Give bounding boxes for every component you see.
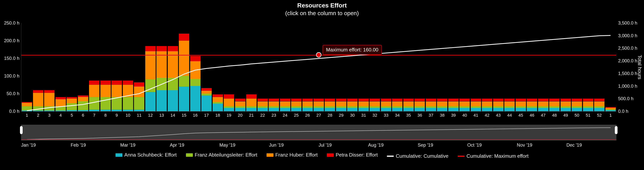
bar-segment	[212, 104, 223, 111]
x-tick: 39	[448, 113, 459, 118]
legend-item[interactable]: Franz Abteilungsleiter: Effort	[186, 152, 257, 158]
bar-segment	[606, 107, 616, 108]
bar-segment	[460, 106, 470, 108]
bar-segment	[56, 106, 66, 110]
month-tick: Feb '19	[70, 142, 86, 148]
bar-segment	[426, 102, 436, 106]
x-tick: 4	[56, 113, 66, 118]
x-tick: 21	[246, 113, 256, 118]
bar-segment	[448, 108, 459, 111]
bar-segment	[414, 98, 425, 102]
chart-title: Resources Effort	[0, 2, 644, 9]
bar-segment	[325, 102, 335, 106]
navigator-selection[interactable]	[21, 125, 616, 140]
bar-segment	[156, 46, 167, 52]
x-tick: 50	[572, 113, 582, 118]
bar-segment	[527, 108, 537, 111]
y-tick-right: 3,500.0 h	[618, 20, 643, 26]
bar-segment	[314, 102, 324, 106]
bar-segment	[156, 90, 167, 111]
bar-segment	[482, 102, 492, 106]
month-tick: Mar '19	[120, 142, 136, 148]
bar-segment	[437, 98, 447, 102]
bar-segment	[583, 102, 593, 106]
bar-segment	[370, 98, 380, 102]
y-tick-right: 0.0 h	[618, 108, 643, 114]
bar-segment	[403, 98, 414, 102]
bar-segment	[549, 102, 560, 106]
bar-segment	[606, 108, 616, 109]
bar-segment	[403, 102, 414, 106]
y-tick-left: 250.0 h	[0, 20, 20, 26]
x-tick: 37	[426, 113, 436, 118]
month-tick: May '19	[219, 142, 235, 148]
plot-area[interactable]: 0.0 h50.0 h100.0 h150.0 h200.0 h250.0 h …	[21, 23, 616, 112]
bar-segment	[414, 106, 425, 108]
x-tick: 34	[392, 113, 402, 118]
legend-item[interactable]: Cumulative: Maximum effort	[458, 153, 528, 159]
chart-subtitle: (click on the column to open)	[0, 10, 644, 16]
x-tick: 51	[583, 113, 593, 118]
x-tick: 8	[100, 113, 111, 118]
bar-segment	[224, 106, 234, 108]
x-tick: 22	[258, 113, 268, 118]
legend-swatch-icon	[266, 153, 274, 157]
x-tick: 12	[145, 113, 156, 118]
bar-segment	[347, 102, 358, 106]
bar-segment	[201, 88, 212, 91]
bar-segment	[291, 102, 302, 106]
bar-segment	[78, 110, 88, 111]
bar-segment	[336, 98, 346, 102]
bar-segment	[325, 106, 335, 108]
bar-segment	[594, 108, 604, 111]
legend-swatch-icon	[186, 153, 193, 157]
bar-segment	[66, 97, 77, 98]
legend-item[interactable]: Franz Huber: Effort	[266, 152, 318, 158]
bar-segment	[460, 98, 470, 102]
x-tick: 33	[381, 113, 391, 118]
bar-segment	[280, 108, 290, 111]
navigator[interactable]	[21, 125, 616, 140]
x-tick: 6	[78, 113, 88, 118]
bar-segment	[78, 101, 88, 110]
bar-segment	[190, 61, 200, 79]
bar-segment	[482, 108, 492, 111]
bar-segment	[493, 98, 504, 102]
x-tick: 41	[471, 113, 481, 118]
legend-item[interactable]: Petra Disser: Effort	[327, 152, 378, 158]
bar-segment	[291, 108, 302, 111]
month-tick: Jan '19	[21, 142, 36, 148]
bar-segment	[201, 95, 212, 111]
x-tick: 30	[347, 113, 358, 118]
bar-segment	[212, 97, 223, 102]
bar-segment	[302, 98, 313, 102]
bar-segment	[44, 106, 54, 110]
bar-segment	[112, 85, 122, 97]
bar-segment	[527, 98, 537, 102]
bar-segment	[426, 106, 436, 108]
bar-segment	[100, 97, 111, 109]
navigator-handle-left[interactable]	[20, 126, 23, 134]
bar-segment	[594, 102, 604, 106]
month-tick: Dec '19	[566, 142, 582, 148]
bar-segment	[560, 98, 571, 102]
legend-item[interactable]: Anna Schuhbeck: Effort	[116, 152, 177, 158]
bar-segment	[190, 79, 200, 86]
x-tick: 40	[460, 113, 470, 118]
y-tick-right: 2,500.0 h	[618, 46, 643, 51]
bar-segment	[493, 108, 504, 111]
bar-segment	[44, 93, 54, 106]
x-tick: 25	[291, 113, 302, 118]
bar-segment	[201, 94, 212, 95]
legend-item[interactable]: Cumulative: Cumulative	[387, 153, 448, 159]
bar-segment	[504, 108, 515, 111]
y-tick-left: 0.0 h	[0, 108, 20, 114]
bar-segment	[471, 98, 481, 102]
x-tick: 11	[134, 113, 144, 118]
bar-segment	[168, 90, 178, 111]
bar-segment	[78, 97, 88, 102]
bar-segment	[44, 110, 54, 111]
bar-segment	[156, 78, 167, 90]
bar-segment	[112, 110, 122, 111]
navigator-handle-right[interactable]	[615, 126, 618, 134]
